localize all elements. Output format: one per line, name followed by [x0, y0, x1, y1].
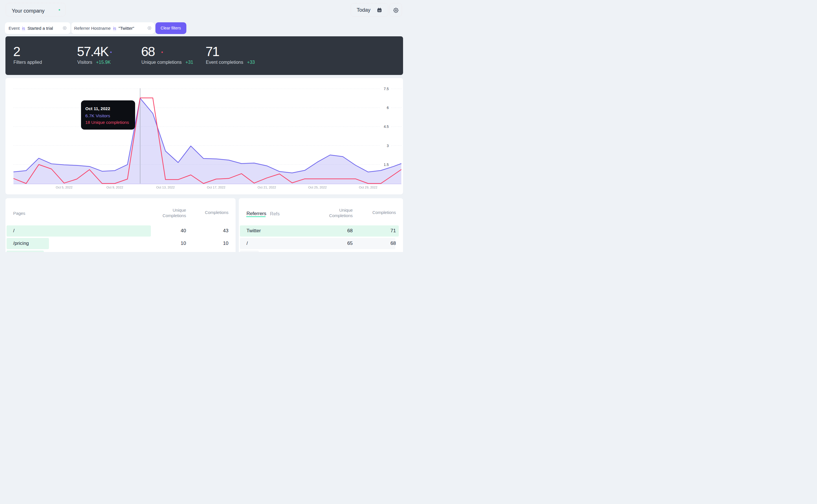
svg-text:7.5: 7.5 [384, 87, 389, 91]
svg-text:3: 3 [387, 144, 389, 148]
svg-text:6: 6 [387, 106, 389, 110]
svg-text:4.5: 4.5 [384, 125, 389, 129]
svg-text:1.5: 1.5 [384, 163, 389, 167]
